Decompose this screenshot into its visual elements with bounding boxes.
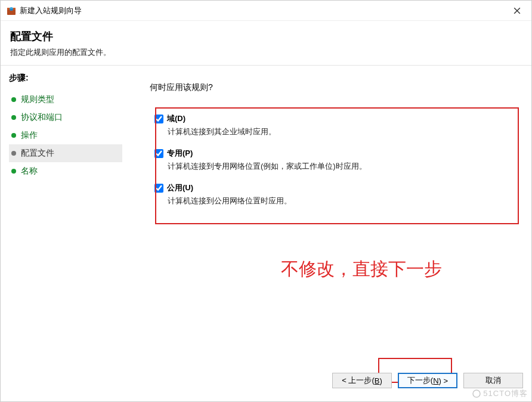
step-protocol-port[interactable]: 协议和端口	[9, 109, 122, 126]
step-label: 名称	[21, 166, 38, 177]
step-name[interactable]: 名称	[9, 162, 122, 180]
next-button-pre: 下一步(	[407, 375, 433, 386]
step-label: 操作	[21, 130, 38, 141]
bullet-icon	[11, 133, 16, 138]
next-button-mnemonic: N	[433, 376, 438, 385]
step-label: 规则类型	[21, 94, 54, 105]
steps-title: 步骤:	[9, 73, 122, 84]
page-title: 配置文件	[10, 29, 522, 44]
step-rule-type[interactable]: 规则类型	[9, 91, 122, 109]
apply-question: 何时应用该规则?	[150, 82, 515, 93]
back-button-pre: < 上一步(	[342, 375, 375, 386]
step-label: 配置文件	[21, 148, 54, 159]
firewall-icon	[7, 6, 16, 16]
sidebar: 步骤: 规则类型 协议和端口 操作 配置文件 名称	[1, 66, 127, 402]
footer-buttons: < 上一步(B) 下一步(N) > 取消	[332, 373, 523, 388]
bullet-icon	[11, 115, 16, 120]
header: 配置文件 指定此规则应用的配置文件。	[1, 21, 531, 66]
next-button-post: ) >	[439, 376, 449, 385]
back-button[interactable]: < 上一步(B)	[332, 373, 392, 388]
titlebar-left: 新建入站规则向导	[7, 5, 82, 16]
step-action[interactable]: 操作	[9, 126, 122, 144]
bullet-icon	[11, 169, 16, 174]
annotation-text: 不修改，直接下一步	[281, 257, 442, 282]
page-subtitle: 指定此规则应用的配置文件。	[10, 47, 522, 58]
close-button[interactable]	[509, 2, 525, 19]
bullet-icon	[11, 151, 16, 156]
step-label: 协议和端口	[21, 112, 63, 123]
back-button-mnemonic: B	[375, 376, 380, 385]
annotation-highlight-profiles	[155, 107, 519, 224]
next-button[interactable]: 下一步(N) >	[398, 373, 457, 388]
bullet-icon	[11, 97, 16, 102]
cancel-button[interactable]: 取消	[463, 373, 523, 388]
cancel-button-label: 取消	[485, 375, 501, 386]
step-profile[interactable]: 配置文件	[9, 144, 122, 162]
back-button-post: )	[379, 376, 382, 385]
window-title: 新建入站规则向导	[20, 5, 82, 16]
titlebar: 新建入站规则向导	[1, 1, 531, 21]
